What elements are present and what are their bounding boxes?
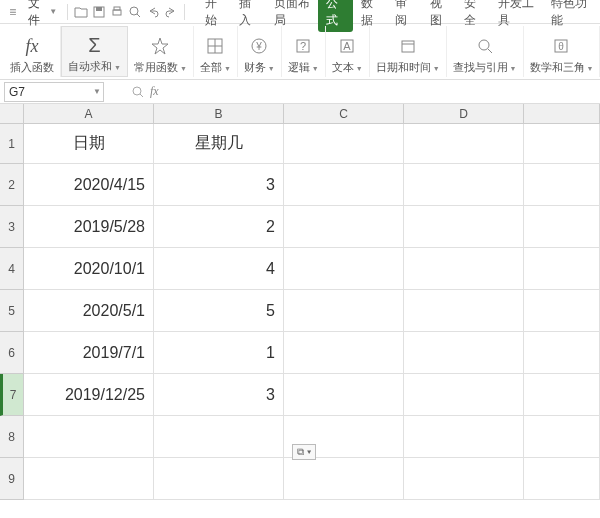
cell[interactable] — [284, 164, 404, 206]
question-icon: ? — [291, 34, 315, 58]
column-header-a[interactable]: A — [24, 104, 154, 124]
expand-icon[interactable] — [132, 86, 144, 98]
cell[interactable]: 2019/5/28 — [24, 206, 154, 248]
name-box[interactable]: G7 ▼ — [4, 82, 104, 102]
cell[interactable] — [404, 290, 524, 332]
cell[interactable] — [154, 458, 284, 500]
cell[interactable] — [404, 416, 524, 458]
cell[interactable] — [524, 290, 600, 332]
svg-line-30 — [140, 94, 143, 97]
row-header[interactable]: 9 — [0, 458, 24, 500]
open-icon[interactable] — [74, 4, 88, 20]
cell[interactable]: 3 — [154, 164, 284, 206]
fx-icon[interactable]: fx — [150, 84, 159, 99]
cell[interactable] — [524, 248, 600, 290]
row-header[interactable]: 3 — [0, 206, 24, 248]
fx-icon: fx — [20, 34, 44, 58]
cell[interactable] — [24, 416, 154, 458]
cell[interactable] — [404, 164, 524, 206]
cell[interactable]: 4 — [154, 248, 284, 290]
cell[interactable] — [524, 206, 600, 248]
ribbon-financial[interactable]: ¥ 财务▼ — [238, 26, 282, 77]
ribbon-datetime[interactable]: 日期和时间▼ — [370, 26, 447, 77]
ribbon-label: 全部▼ — [200, 60, 231, 75]
ribbon-recent[interactable]: 常用函数▼ — [128, 26, 194, 77]
cell[interactable] — [284, 206, 404, 248]
cell[interactable] — [284, 458, 404, 500]
star-icon — [148, 34, 172, 58]
cell[interactable]: 5 — [154, 290, 284, 332]
ribbon-logical[interactable]: ? 逻辑▼ — [282, 26, 326, 77]
ribbon-label: 财务▼ — [244, 60, 275, 75]
cell[interactable] — [284, 332, 404, 374]
name-box-value: G7 — [9, 85, 25, 99]
cell[interactable] — [404, 332, 524, 374]
formula-bar-row: G7 ▼ fx — [0, 80, 600, 104]
ribbon-label: 逻辑▼ — [288, 60, 319, 75]
row-header[interactable]: 1 — [0, 124, 24, 164]
cell[interactable]: 2020/4/15 — [24, 164, 154, 206]
cell[interactable] — [404, 374, 524, 416]
cell[interactable] — [284, 290, 404, 332]
cell[interactable]: 日期 — [24, 124, 154, 164]
select-all-corner[interactable] — [0, 104, 24, 124]
cell[interactable] — [284, 374, 404, 416]
cell[interactable] — [524, 374, 600, 416]
row-header[interactable]: 7 — [0, 374, 24, 416]
svg-point-18 — [479, 40, 489, 50]
column-header-d[interactable]: D — [404, 104, 524, 124]
row-header[interactable]: 6 — [0, 332, 24, 374]
cell[interactable] — [284, 248, 404, 290]
grid-row: 72019/12/253 — [0, 374, 600, 416]
cell[interactable] — [404, 206, 524, 248]
smart-tag-button[interactable]: ⧉ ▾ — [292, 444, 316, 460]
cell[interactable] — [154, 416, 284, 458]
column-header-c[interactable]: C — [284, 104, 404, 124]
preview-icon[interactable] — [128, 4, 142, 20]
row-header[interactable]: 5 — [0, 290, 24, 332]
ribbon-math[interactable]: θ 数学和三角▼ — [524, 26, 601, 77]
cell[interactable]: 2019/7/1 — [24, 332, 154, 374]
cell[interactable]: 2 — [154, 206, 284, 248]
cell[interactable]: 1 — [154, 332, 284, 374]
print-icon[interactable] — [110, 4, 124, 20]
hamburger-icon[interactable]: ≡ — [6, 4, 20, 20]
svg-rect-16 — [402, 41, 414, 52]
column-header-extra[interactable] — [524, 104, 600, 124]
svg-line-5 — [137, 14, 140, 17]
cell[interactable]: 2019/12/25 — [24, 374, 154, 416]
column-header-b[interactable]: B — [154, 104, 284, 124]
ribbon-label: 自动求和▼ — [68, 59, 121, 74]
ribbon-autosum[interactable]: Σ 自动求和▼ — [61, 26, 128, 77]
cell[interactable] — [524, 332, 600, 374]
cell[interactable] — [24, 458, 154, 500]
cell[interactable] — [524, 458, 600, 500]
cell[interactable]: 3 — [154, 374, 284, 416]
svg-text:θ: θ — [559, 41, 565, 52]
cell[interactable] — [404, 124, 524, 164]
cell[interactable]: 星期几 — [154, 124, 284, 164]
undo-icon[interactable] — [146, 4, 160, 20]
row-header[interactable]: 4 — [0, 248, 24, 290]
math-icon: θ — [549, 34, 573, 58]
cell[interactable] — [524, 164, 600, 206]
redo-icon[interactable] — [164, 4, 178, 20]
money-icon: ¥ — [247, 34, 271, 58]
cell[interactable] — [404, 458, 524, 500]
ribbon-all[interactable]: 全部▼ — [194, 26, 238, 77]
chevron-down-icon[interactable]: ▼ — [93, 87, 101, 96]
row-header[interactable]: 8 — [0, 416, 24, 458]
ribbon-text[interactable]: A 文本▼ — [326, 26, 370, 77]
svg-marker-6 — [152, 38, 168, 54]
save-icon[interactable] — [92, 4, 106, 20]
cell[interactable]: 2020/10/1 — [24, 248, 154, 290]
cell[interactable] — [284, 124, 404, 164]
ribbon-insert-function[interactable]: fx 插入函数 — [4, 26, 61, 77]
ribbon-label: 文本▼ — [332, 60, 363, 75]
cell[interactable] — [524, 416, 600, 458]
cell[interactable]: 2020/5/1 — [24, 290, 154, 332]
cell[interactable] — [524, 124, 600, 164]
ribbon-lookup[interactable]: 查找与引用▼ — [447, 26, 524, 77]
cell[interactable] — [404, 248, 524, 290]
row-header[interactable]: 2 — [0, 164, 24, 206]
